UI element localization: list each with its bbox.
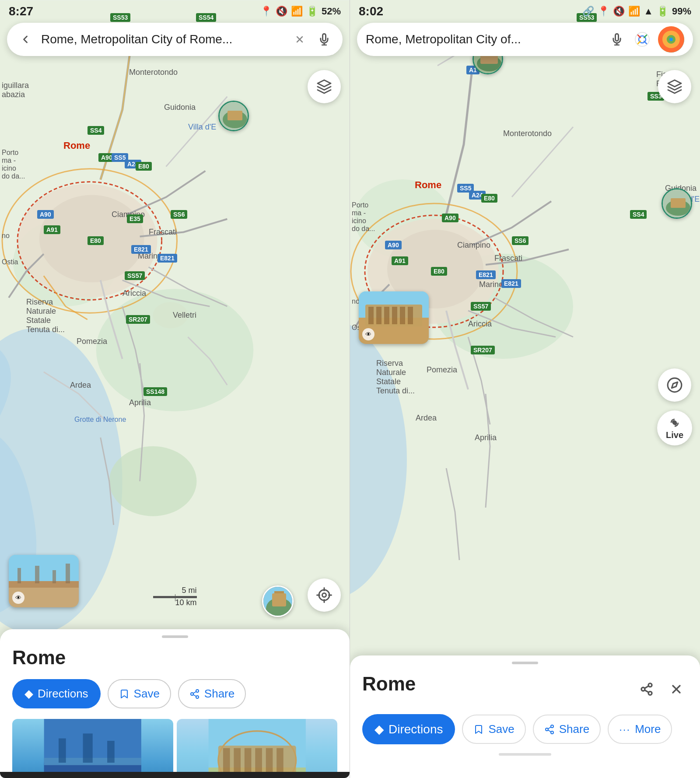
ariccia-label: Ariccia [122,289,146,298]
monterotondo-r-label: Monterotondo [503,129,552,138]
svg-point-86 [673,421,676,424]
location-button-left[interactable] [308,578,341,612]
status-icons-right: 🔗 📍 🔇 📶 ▲ 🔋 99% [582,6,691,17]
share-icon [189,689,200,699]
svg-rect-74 [671,198,686,208]
time-right: 8:02 [359,4,383,18]
left-panel: Rome iguillaraabazia Portoma -icinodo da… [0,0,350,778]
mic-button-right[interactable] [607,30,626,49]
street-view-thumb-right[interactable]: 👁 [359,291,429,344]
time-left: 8:27 [9,4,33,18]
share-label-right: Share [559,722,589,736]
place-photo-circle-left[interactable] [262,585,294,617]
svg-rect-79 [376,307,382,324]
svg-point-62 [635,32,649,46]
wifi-icon-left: 📶 [291,6,303,17]
a91-badge: A91 [44,225,60,234]
save-label-left: Save [134,687,160,701]
a90b-r-badge: A90 [385,241,402,249]
close-button-right[interactable] [665,678,688,701]
search-bar-right[interactable]: Rome, Metropolitan City of... [357,23,693,56]
search-text-left[interactable]: Rome, Metropolitan City of Rome... [41,32,285,46]
a90-r-badge: A90 [442,214,458,222]
mic-button-left[interactable] [315,30,334,49]
directions-button-right[interactable]: ◆ Directions [362,714,455,744]
marino-r-label: Marino [479,280,503,289]
wifi-icon-right: 📶 [628,6,640,17]
search-bar-left[interactable]: Rome, Metropolitan City of Rome... [7,23,343,56]
status-bar-right: 8:02 🔗 📍 🔇 📶 ▲ 🔋 99% [350,0,700,23]
svg-rect-21 [66,564,70,583]
porto-label: Portoma -icinodo da... [2,149,25,180]
place-name-right: Rome [362,673,416,695]
villa-de-label: Villa d'E [188,123,216,132]
svg-point-22 [322,593,326,597]
share-icon-header[interactable] [635,678,658,701]
location-icon-right: 📍 [598,6,609,17]
photo-2-left[interactable] [177,719,338,778]
no-label: no [2,232,10,240]
sheet-handle-right [512,662,538,664]
left-label: iguillaraabazia [2,81,29,99]
velletri-label: Velletri [173,311,196,320]
layer-button-left[interactable] [308,70,341,103]
more-dots-icon: ··· [619,723,630,736]
layer-button-right[interactable] [658,70,691,103]
save-button-left[interactable]: Save [108,679,171,708]
user-avatar[interactable] [658,26,684,53]
frascati-label: Frascati [149,228,177,237]
ss6-r-badge: SS6 [512,236,528,245]
svg-rect-49 [255,748,262,773]
ariccia-r-label: Ariccia [468,319,492,329]
save-label-right: Save [488,722,514,736]
svg-rect-78 [368,307,374,324]
svg-rect-82 [400,307,405,324]
map-photo-guidonia-right[interactable] [662,188,692,219]
ss57-r-badge: SS57 [471,302,491,311]
street-view-icon: 👁 [12,592,24,604]
sheet-header-icons [635,678,688,701]
svg-point-84 [668,378,682,392]
directions-button-left[interactable]: ◆ Directions [12,679,101,708]
save-button-right[interactable]: Save [462,715,525,744]
live-button[interactable]: Live [657,410,692,445]
e821b-r-badge: E821 [501,279,521,288]
svg-point-4 [109,446,197,516]
svg-line-91 [644,686,648,688]
svg-line-35 [193,691,196,693]
pomezia-label: Pomezia [77,337,107,346]
map-photo-guidonia[interactable] [218,101,249,131]
street-view-thumb-left[interactable]: 👁 [9,555,79,607]
svg-marker-85 [672,382,677,388]
share-button-right[interactable]: Share [533,715,601,744]
clear-button[interactable] [291,31,308,48]
link-icon-right: 🔗 [582,6,594,17]
compass-button-right[interactable] [658,368,691,402]
directions-label-left: Directions [38,687,88,701]
e80-r-badge: E80 [481,194,497,203]
svg-line-97 [548,730,551,732]
right-panel: Rome Calcata Vecchia Fiano Romano Monter… [350,0,700,778]
share-button-left[interactable]: Share [178,679,246,708]
ss54b-r-badge: SS4 [630,210,647,219]
svg-rect-47 [234,748,241,773]
ss54b-badge: SS4 [88,126,104,135]
ardea-r-label: Ardea [416,414,437,423]
street-view-icon-right: 👁 [362,328,374,340]
search-text-right[interactable]: Rome, Metropolitan City of... [366,32,601,46]
lens-button[interactable] [633,30,652,49]
svg-point-67 [669,38,673,41]
svg-rect-41 [107,741,115,763]
signal-icon-right: ▲ [644,6,653,17]
directions-label-right: Directions [388,722,443,736]
place-name-left: Rome [12,647,337,669]
back-button[interactable] [16,30,35,49]
more-button-right[interactable]: ··· More [608,715,672,744]
rome-label-right: Rome [415,179,441,191]
sheet-handle-left [162,635,188,638]
e80-badge: E80 [136,162,152,171]
sr207-badge: SR207 [126,315,150,324]
photo-1-left[interactable] [12,719,173,778]
svg-rect-18 [18,568,21,583]
riserva-label: RiservaNaturaleStataleTenuta di... [26,298,65,334]
